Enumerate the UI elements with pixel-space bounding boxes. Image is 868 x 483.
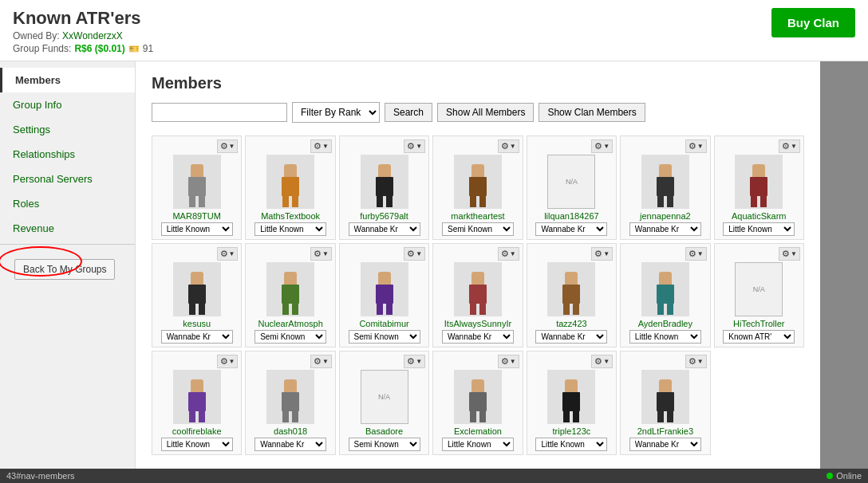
rank-select[interactable]: Little KnownWannabe KrSemi KnownKnown AT…	[629, 222, 701, 236]
gear-badge[interactable]: ⚙▼	[685, 139, 707, 153]
sidebar-item-relationships[interactable]: Relationships	[0, 142, 135, 167]
show-all-members-button[interactable]: Show All Members	[437, 103, 534, 122]
member-name[interactable]: AquaticSkarm	[723, 211, 795, 221]
rank-select[interactable]: Little KnownWannabe KrSemi KnownKnown AT…	[723, 222, 795, 236]
gear-badge[interactable]: ⚙▼	[591, 355, 613, 368]
gear-badge[interactable]: ⚙▼	[685, 355, 707, 368]
member-card: ⚙▼ ItsAlwaysSunnyIrLittle KnownWannabe K…	[432, 243, 523, 348]
member-name[interactable]: ItsAlwaysSunnyIr	[442, 319, 514, 328]
gear-icon: ⚙	[594, 249, 602, 259]
search-input[interactable]	[152, 103, 287, 122]
member-name[interactable]: MathsTextbook	[254, 211, 326, 221]
avatar	[361, 155, 408, 209]
member-name[interactable]: furby5679alt	[349, 211, 420, 221]
rank-select[interactable]: Little KnownWannabe KrSemi KnownKnown AT…	[535, 222, 607, 236]
rank-select[interactable]: Little KnownWannabe KrSemi KnownKnown AT…	[349, 222, 420, 236]
member-name[interactable]: jennapenna2	[629, 211, 701, 221]
status-url: 43#nav-members	[6, 471, 75, 481]
avatar	[547, 262, 595, 316]
gear-badge[interactable]: ⚙▼	[217, 355, 239, 368]
member-name[interactable]: 2ndLtFrankie3	[629, 426, 701, 436]
rank-select[interactable]: Little KnownWannabe KrSemi KnownKnown AT…	[254, 330, 326, 344]
gear-badge[interactable]: ⚙▼	[685, 247, 707, 261]
gear-badge[interactable]: ⚙▼	[591, 247, 613, 261]
gear-badge[interactable]: ⚙▼	[217, 247, 239, 261]
avatar	[266, 155, 314, 209]
rank-select[interactable]: Little KnownWannabe KrSemi KnownKnown AT…	[161, 438, 233, 451]
group-funds-label: Group Funds:	[13, 43, 71, 54]
sidebar-item-personal-servers[interactable]: Personal Servers	[0, 167, 135, 191]
member-name[interactable]: coolfireblake	[161, 426, 233, 436]
member-card-header: ⚙▼	[343, 355, 425, 368]
rank-select[interactable]: Little KnownWannabe KrSemi KnownKnown AT…	[535, 438, 607, 451]
gear-icon: ⚙	[220, 356, 228, 367]
member-name[interactable]: kesusu	[161, 319, 233, 328]
show-clan-members-button[interactable]: Show Clan Members	[539, 103, 645, 122]
sidebar-item-members[interactable]: Members	[0, 68, 135, 92]
buy-clan-button[interactable]: Buy Clan	[771, 8, 855, 37]
rank-select[interactable]: Little KnownWannabe KrSemi KnownKnown AT…	[535, 330, 607, 344]
online-indicator: Online	[827, 471, 862, 481]
rank-select[interactable]: Little KnownWannabe KrSemi KnownKnown AT…	[349, 330, 420, 344]
member-name[interactable]: tazz423	[535, 319, 607, 328]
member-name[interactable]: AydenBradley	[629, 319, 701, 328]
avatar	[266, 262, 314, 316]
member-name[interactable]: Exclemation	[442, 426, 514, 436]
owner-link[interactable]: XxWonderzxX	[62, 30, 123, 41]
member-card: ⚙▼ marktheartestLittle KnownWannabe KrSe…	[432, 135, 523, 240]
na-label: N/A	[566, 178, 578, 186]
gear-badge[interactable]: ⚙▼	[779, 247, 800, 261]
gear-icon: ⚙	[314, 356, 322, 367]
search-button[interactable]: Search	[385, 103, 432, 122]
gear-badge[interactable]: ⚙▼	[404, 247, 425, 261]
rank-select[interactable]: Little KnownWannabe KrSemi KnownKnown AT…	[723, 330, 795, 344]
member-name[interactable]: Basadore	[349, 426, 420, 436]
gear-badge[interactable]: ⚙▼	[779, 139, 800, 153]
member-card-header: ⚙▼	[624, 139, 706, 153]
rank-select[interactable]: Little KnownWannabe KrSemi KnownKnown AT…	[442, 330, 514, 344]
member-card: ⚙▼ tazz423Little KnownWannabe KrSemi Kno…	[527, 243, 617, 348]
rank-select[interactable]: Little KnownWannabe KrSemi KnownKnown AT…	[442, 438, 514, 451]
member-name[interactable]: Comitabimur	[349, 319, 420, 328]
avatar	[641, 155, 689, 209]
rank-select[interactable]: Little KnownWannabe KrSemi KnownKnown AT…	[629, 438, 701, 451]
gear-badge[interactable]: ⚙▼	[591, 139, 613, 153]
member-name[interactable]: NuclearAtmosph	[254, 319, 326, 328]
dropdown-icon: ▼	[416, 250, 422, 257]
member-name[interactable]: HiTechTroller	[723, 319, 795, 328]
gear-badge[interactable]: ⚙▼	[498, 247, 519, 261]
dropdown-icon: ▼	[697, 358, 704, 365]
gear-badge[interactable]: ⚙▼	[217, 139, 239, 153]
gear-badge[interactable]: ⚙▼	[498, 139, 519, 153]
filter-rank-select[interactable]: Filter By Rank	[292, 102, 380, 123]
rank-select[interactable]: Little KnownWannabe KrSemi KnownKnown AT…	[254, 222, 326, 236]
gear-badge[interactable]: ⚙▼	[310, 247, 332, 261]
avatar	[266, 370, 314, 424]
member-name[interactable]: dash018	[254, 426, 326, 436]
gear-badge[interactable]: ⚙▼	[404, 355, 425, 368]
gear-badge[interactable]: ⚙▼	[310, 139, 332, 153]
sidebar-item-revenue[interactable]: Revenue	[0, 216, 135, 241]
member-card: ⚙▼ AquaticSkarmLittle KnownWannabe KrSem…	[714, 135, 804, 240]
sidebar-item-roles[interactable]: Roles	[0, 191, 135, 216]
member-card: ⚙▼ MathsTextbookLittle KnownWannabe KrSe…	[245, 135, 335, 240]
member-name[interactable]: marktheartest	[442, 211, 514, 221]
avatar	[454, 262, 502, 316]
search-bar: Filter By Rank Search Show All Members S…	[152, 102, 804, 123]
member-name[interactable]: MAR89TUM	[161, 211, 233, 221]
rank-select[interactable]: Little KnownWannabe KrSemi KnownKnown AT…	[349, 438, 420, 451]
rank-select[interactable]: Little KnownWannabe KrSemi KnownKnown AT…	[629, 330, 701, 344]
member-card-header: ⚙▼	[624, 355, 706, 368]
rank-select[interactable]: Little KnownWannabe KrSemi KnownKnown AT…	[161, 330, 233, 344]
rank-select[interactable]: Little KnownWannabe KrSemi KnownKnown AT…	[161, 222, 233, 236]
member-name[interactable]: lilquan184267	[535, 211, 607, 221]
rank-select[interactable]: Little KnownWannabe KrSemi KnownKnown AT…	[254, 438, 326, 451]
rank-select[interactable]: Little KnownWannabe KrSemi KnownKnown AT…	[442, 222, 514, 236]
gear-badge[interactable]: ⚙▼	[310, 355, 332, 368]
sidebar-item-settings[interactable]: Settings	[0, 117, 135, 142]
sidebar-item-group-info[interactable]: Group Info	[0, 92, 135, 117]
gear-badge[interactable]: ⚙▼	[498, 355, 519, 368]
back-to-groups-button[interactable]: Back To My Groups	[14, 259, 115, 280]
gear-badge[interactable]: ⚙▼	[404, 139, 425, 153]
member-name[interactable]: triple123c	[535, 426, 607, 436]
